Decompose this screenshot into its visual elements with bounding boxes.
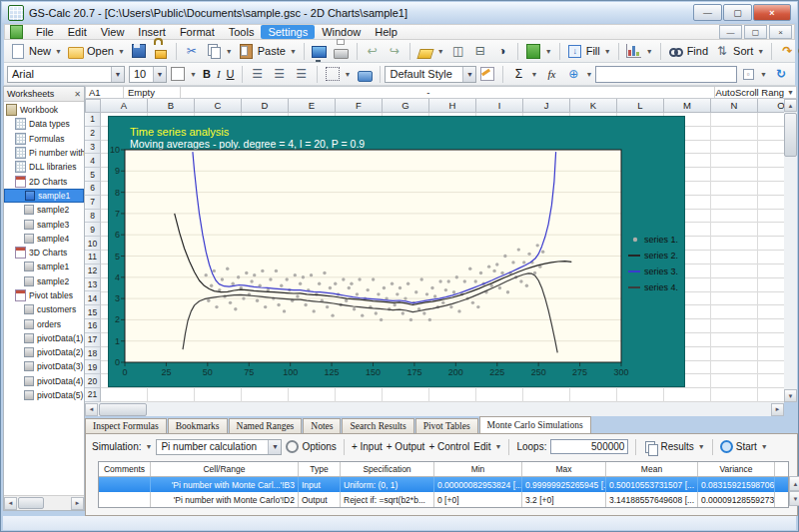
scroll-right-icon[interactable]: ► bbox=[771, 403, 784, 416]
sidebar-item-formulas[interactable]: Formulas bbox=[4, 132, 84, 146]
row-header-21[interactable]: 21 bbox=[85, 388, 101, 402]
close-button[interactable]: × bbox=[753, 4, 791, 21]
row-header-8[interactable]: 8 bbox=[85, 210, 101, 224]
edit-button[interactable]: Edit▼ bbox=[473, 441, 501, 452]
sum-button[interactable]: Σ▼ bbox=[507, 65, 540, 83]
insert-button[interactable]: ⊕▼ bbox=[562, 65, 595, 83]
paste-button[interactable]: Paste▼ bbox=[236, 42, 300, 60]
row-header-14[interactable]: 14 bbox=[85, 291, 101, 305]
sidebar-horizontal-scrollbar[interactable]: ◄ ► bbox=[4, 495, 84, 510]
menu-settings[interactable]: Settings bbox=[261, 25, 315, 39]
sidebar-item-sample4[interactable]: sample4 bbox=[4, 232, 84, 246]
column-header-E[interactable]: E bbox=[289, 99, 336, 113]
row-header-7[interactable]: 7 bbox=[85, 196, 101, 210]
add-control-button[interactable]: + Control bbox=[428, 441, 469, 452]
row-header-10[interactable]: 10 bbox=[85, 237, 101, 251]
save-button[interactable] bbox=[128, 42, 150, 60]
sidebar-item-pivot-tables[interactable]: Pivot tables bbox=[4, 288, 84, 302]
maximize-button[interactable]: ▢ bbox=[723, 4, 752, 21]
scroll-left-icon[interactable]: ◄ bbox=[85, 403, 98, 416]
column-header-N[interactable]: N bbox=[711, 99, 758, 113]
row-header-17[interactable]: 17 bbox=[85, 333, 101, 347]
freeze-button[interactable]: ◑ bbox=[491, 42, 513, 60]
row-header-15[interactable]: 15 bbox=[85, 305, 101, 319]
menu-format[interactable]: Format bbox=[173, 25, 222, 39]
tab-inspect-formulas[interactable]: Inspect Formulas bbox=[85, 418, 167, 433]
menu-file[interactable]: File bbox=[29, 25, 61, 39]
column-header-A[interactable]: A bbox=[101, 99, 148, 113]
row-header-9[interactable]: 9 bbox=[85, 223, 101, 237]
column-header-H[interactable]: H bbox=[429, 99, 476, 113]
sidebar-item-sample2[interactable]: sample2 bbox=[4, 274, 84, 288]
tab-named-ranges[interactable]: Named Ranges bbox=[229, 418, 303, 433]
column-header-M[interactable]: M bbox=[664, 99, 711, 113]
tab-pivot-tables[interactable]: Pivot Tables bbox=[415, 418, 478, 433]
edit-style-button[interactable] bbox=[476, 65, 498, 83]
column-header-J[interactable]: J bbox=[523, 99, 570, 113]
row-header-1[interactable]: 1 bbox=[85, 113, 101, 127]
sidebar-item-pi-number-with-m[interactable]: Pi number with M bbox=[4, 146, 84, 160]
select-all-corner[interactable] bbox=[85, 99, 101, 113]
open-button[interactable]: Open▼ bbox=[65, 42, 128, 60]
sidebar-item-data-types[interactable]: Data types bbox=[4, 117, 84, 131]
goto-button[interactable]: ↷Go To▼ bbox=[776, 42, 799, 60]
row-header-20[interactable]: 20 bbox=[85, 374, 101, 388]
menu-view[interactable]: View bbox=[94, 25, 132, 39]
function-button[interactable]: fx bbox=[540, 65, 562, 83]
column-header-D[interactable]: D bbox=[242, 99, 289, 113]
italic-button[interactable]: I bbox=[214, 67, 224, 81]
fill-button[interactable]: ↓Fill▼ bbox=[564, 42, 614, 60]
style-select[interactable]: Default Style▼ bbox=[385, 66, 476, 83]
undo-button[interactable]: ↩ bbox=[362, 42, 384, 60]
sidebar-item-pivotdata-2-[interactable]: pivotData(2) bbox=[4, 345, 84, 359]
table-header-specification[interactable]: Specification bbox=[341, 462, 434, 476]
row-header-5[interactable]: 5 bbox=[85, 168, 101, 182]
column-header-K[interactable]: K bbox=[570, 99, 617, 113]
column-header-L[interactable]: L bbox=[617, 99, 664, 113]
bold-button[interactable]: B bbox=[200, 67, 214, 81]
add-input-button[interactable]: + Input bbox=[352, 441, 383, 452]
font-color-button[interactable]: ▼ bbox=[167, 65, 200, 83]
sidebar-item-2d-charts[interactable]: 2D Charts bbox=[4, 174, 84, 188]
table-header-min[interactable]: Min bbox=[434, 462, 522, 476]
row-header-2[interactable]: 2 bbox=[85, 127, 101, 141]
cut-button[interactable]: ✂ bbox=[181, 42, 203, 60]
menu-window[interactable]: Window bbox=[315, 25, 368, 39]
sidebar-item-pivotdata-1-[interactable]: pivotData(1) bbox=[4, 331, 84, 345]
row-header-18[interactable]: 18 bbox=[85, 347, 101, 361]
column-header-F[interactable]: F bbox=[336, 99, 383, 113]
recalculate-button[interactable]: ↻ bbox=[770, 65, 792, 83]
column-header-I[interactable]: I bbox=[476, 99, 523, 113]
grid-horizontal-scrollbar[interactable]: ◄ ► bbox=[85, 402, 784, 416]
format-painter-button[interactable]: ▼ bbox=[414, 42, 447, 60]
protect-button[interactable] bbox=[150, 42, 172, 60]
insert-chart-button[interactable]: ▼ bbox=[623, 42, 656, 60]
simulation-label-button[interactable]: Simulation:▼ bbox=[92, 441, 152, 452]
cell-reference[interactable]: A1 bbox=[86, 87, 124, 98]
menu-insert[interactable]: Insert bbox=[131, 25, 173, 39]
tab-monte-carlo-simulations[interactable]: Monte Carlo Simulations bbox=[479, 416, 591, 433]
find-button[interactable]: Find bbox=[665, 42, 711, 60]
table-header-cell-range[interactable]: Cell/Range bbox=[151, 462, 299, 476]
row-header-4[interactable]: 4 bbox=[85, 154, 101, 168]
scroll-up-icon[interactable]: ▲ bbox=[789, 476, 799, 491]
sidebar-item-workbook[interactable]: Workbook bbox=[4, 103, 84, 117]
column-header-O[interactable]: O bbox=[758, 99, 784, 113]
tab-search-results[interactable]: Search Results bbox=[342, 418, 413, 433]
table-header-comments[interactable]: Comments bbox=[99, 462, 151, 476]
column-header-G[interactable]: G bbox=[383, 99, 429, 113]
scroll-down-icon[interactable]: ▼ bbox=[789, 491, 799, 506]
chart-sheet[interactable]: Time series analysisMoving averages - po… bbox=[108, 116, 685, 387]
table-header-type[interactable]: Type bbox=[299, 462, 341, 476]
document-icon[interactable] bbox=[10, 25, 23, 39]
column-header-B[interactable]: B bbox=[148, 99, 195, 113]
row-header-16[interactable]: 16 bbox=[85, 319, 101, 333]
row-header-19[interactable]: 19 bbox=[85, 360, 101, 374]
title-bar[interactable]: GS-Calc 20.7 - [C:\Users\Public\Document… bbox=[2, 2, 797, 23]
font-select[interactable]: Arial▼ bbox=[7, 66, 125, 83]
sidebar-item-customers[interactable]: customers bbox=[4, 302, 84, 316]
align-left-button[interactable]: ☰ bbox=[247, 65, 269, 83]
background-button[interactable] bbox=[354, 65, 376, 83]
table-row[interactable]: 'Pi number with Monte Carl...'!B3InputUn… bbox=[99, 477, 788, 492]
mdi-restore-button[interactable]: ▢ bbox=[744, 25, 767, 39]
